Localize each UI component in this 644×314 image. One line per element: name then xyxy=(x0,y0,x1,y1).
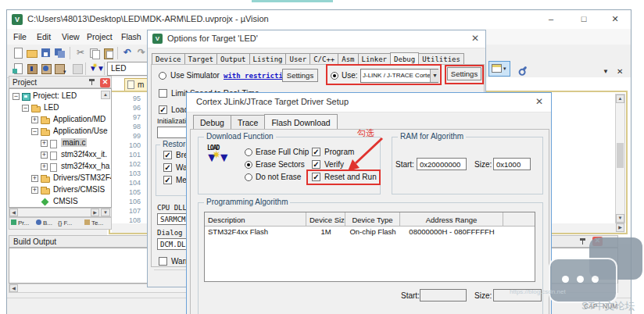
col-device-type: Device Type xyxy=(345,212,400,226)
scroll-thumb[interactable] xyxy=(617,143,624,168)
driver-select[interactable]: J-LINK / J-TRACE Cortex ▼ xyxy=(360,69,438,83)
ram-size-label: Size: xyxy=(474,160,492,169)
file-icon xyxy=(50,152,57,160)
driver-settings-button[interactable]: Settings xyxy=(447,67,481,80)
file-icon xyxy=(50,163,57,172)
programming-algorithm-table[interactable]: Description Device Size Device Type Addr… xyxy=(204,212,535,282)
project-tab-icon xyxy=(11,219,16,225)
tab-books[interactable]: B... xyxy=(36,219,52,227)
rebuild-icon[interactable] xyxy=(40,62,52,75)
cmsis-diamond-icon xyxy=(41,198,49,206)
load-app-checkbox[interactable] xyxy=(159,105,167,114)
erase-sectors-label: Erase Sectors xyxy=(256,160,305,169)
editor-close-icon[interactable]: ✕ xyxy=(617,67,623,76)
editor-tab-label: m xyxy=(138,80,144,89)
program-checkbox[interactable] xyxy=(312,148,320,156)
tab-templates[interactable]: Te... xyxy=(84,219,103,227)
chevron-down-icon: ▼ xyxy=(430,70,439,82)
paste-icon[interactable] xyxy=(102,47,115,59)
maximize-icon[interactable]: □ xyxy=(568,10,599,29)
pin-icon[interactable] xyxy=(580,237,586,245)
load-download-icon[interactable]: ▼▼✷ xyxy=(88,62,101,75)
erase-full-chip-label: Erase Full Chip xyxy=(256,148,309,156)
redo-icon[interactable]: ↷ xyxy=(135,47,148,59)
editor-menu-caret-icon[interactable]: ▼ xyxy=(603,68,609,75)
menu-project[interactable]: Project xyxy=(87,32,113,41)
target-select[interactable]: LED xyxy=(107,62,152,76)
tab-project[interactable]: Pr... xyxy=(11,219,29,227)
do-not-erase-radio[interactable] xyxy=(245,173,252,181)
batch-build-icon[interactable]: ▾ xyxy=(54,62,66,75)
editor-vscrollbar[interactable]: ▲ ▼ xyxy=(615,94,625,223)
warn-checkbox[interactable] xyxy=(159,257,167,266)
erase-sectors-radio[interactable] xyxy=(245,161,252,169)
scroll-right-icon[interactable]: ▶ xyxy=(91,209,99,216)
limit-speed-checkbox[interactable] xyxy=(159,89,167,98)
uvision-icon: V xyxy=(12,14,23,25)
restore-memory-checkbox[interactable] xyxy=(163,176,172,184)
scroll-right-icon[interactable]: ▶ xyxy=(616,223,624,232)
pin-icon[interactable] xyxy=(89,78,95,86)
menu-edit[interactable]: Edit xyxy=(37,32,51,41)
use-driver-radio[interactable] xyxy=(331,72,338,80)
jlink-dialog: Cortex JLink/JTrace Target Driver Setup … xyxy=(186,92,552,314)
ram-for-algorithm-label: RAM for Algorithm xyxy=(398,132,466,141)
col-device-size: Device Size xyxy=(306,212,345,226)
tree-hscrollbar[interactable]: ◀ ▶ ▼ xyxy=(9,208,112,217)
panel-close-icon[interactable]: ✕ xyxy=(592,237,603,246)
use-simulator-radio[interactable] xyxy=(159,72,166,80)
build-icon[interactable] xyxy=(26,62,38,75)
options-tab-bar: DeviceTargetOutputListingUserC/C++AsmLin… xyxy=(152,50,485,65)
prog-size-field[interactable] xyxy=(493,289,542,302)
restore-breakpoints-checkbox[interactable] xyxy=(163,151,172,159)
undo-icon[interactable]: ↶ xyxy=(121,47,134,59)
menu-view[interactable]: View xyxy=(62,32,80,41)
dialog-title: Cortex JLink/JTrace Target Driver Setup xyxy=(196,97,349,106)
wrench-icon[interactable] xyxy=(517,63,529,76)
erase-full-chip-radio[interactable] xyxy=(245,148,252,156)
scroll-left-icon[interactable]: ◀ xyxy=(9,284,18,292)
tab-flash-download[interactable]: Flash Download xyxy=(264,114,337,130)
scroll-down-icon[interactable]: ▼ xyxy=(616,214,624,223)
status-cap: CAP xyxy=(584,302,597,310)
restore-memory-label: Me xyxy=(176,176,187,184)
copy-icon[interactable] xyxy=(88,47,101,59)
ram-size-field[interactable]: 0x1000 xyxy=(493,158,531,170)
verify-checkbox[interactable] xyxy=(312,160,320,169)
table-row[interactable]: STM32F4xx Flash 1M On-chip Flash 0800000… xyxy=(205,227,535,238)
close-icon[interactable]: ✕ xyxy=(471,33,479,44)
folder-icon xyxy=(41,177,50,183)
screenshot-root: V C:\Users\48013\Desktop\LED\MDK-ARM\LED… xyxy=(0,0,644,314)
ram-start-field[interactable]: 0x20000000 xyxy=(417,158,467,170)
cut-icon[interactable]: ✂ xyxy=(74,47,87,59)
open-folder-icon[interactable] xyxy=(26,47,38,59)
new-file-icon[interactable] xyxy=(12,47,24,59)
translate-icon[interactable] xyxy=(12,62,24,75)
simulator-settings-button[interactable]: Settings xyxy=(282,69,318,82)
close-icon[interactable]: ✕ xyxy=(535,96,543,107)
restore-watch-checkbox[interactable] xyxy=(163,163,172,172)
folder-icon xyxy=(41,118,50,124)
minimize-icon[interactable]: – xyxy=(535,10,567,29)
panel-close-icon[interactable]: ✕ xyxy=(100,78,110,87)
close-icon[interactable]: ✕ xyxy=(599,10,631,29)
target-select-value: LED xyxy=(111,64,126,73)
table-header-row: Description Device Size Device Type Addr… xyxy=(205,212,535,227)
menu-file[interactable]: File xyxy=(13,32,27,41)
scroll-down-icon[interactable]: ▼ xyxy=(101,209,110,216)
tab-functions[interactable]: {} F... xyxy=(58,219,72,227)
tab-trace[interactable]: Trace xyxy=(231,115,265,130)
window-layout-button[interactable]: ▾ xyxy=(488,61,510,77)
tree-scroll-up-icon[interactable]: ▲ xyxy=(101,91,110,99)
save-icon[interactable] xyxy=(40,47,52,59)
tab-debug[interactable]: Debug xyxy=(193,115,231,130)
prog-start-label: Start: xyxy=(401,291,420,300)
menu-flash[interactable]: Flash xyxy=(121,32,141,41)
window-title: C:\Users\48013\Desktop\LED\MDK-ARM\LED.u… xyxy=(27,14,269,23)
prog-start-field[interactable] xyxy=(420,289,467,302)
save-all-icon[interactable] xyxy=(54,47,66,59)
dialog-title: Options for Target 'LED' xyxy=(167,34,258,43)
scroll-up-icon[interactable]: ▲ xyxy=(616,95,624,103)
scroll-left-icon[interactable]: ◀ xyxy=(9,209,18,216)
load-icon: LOAD ▼▼ ✷ xyxy=(206,145,232,174)
